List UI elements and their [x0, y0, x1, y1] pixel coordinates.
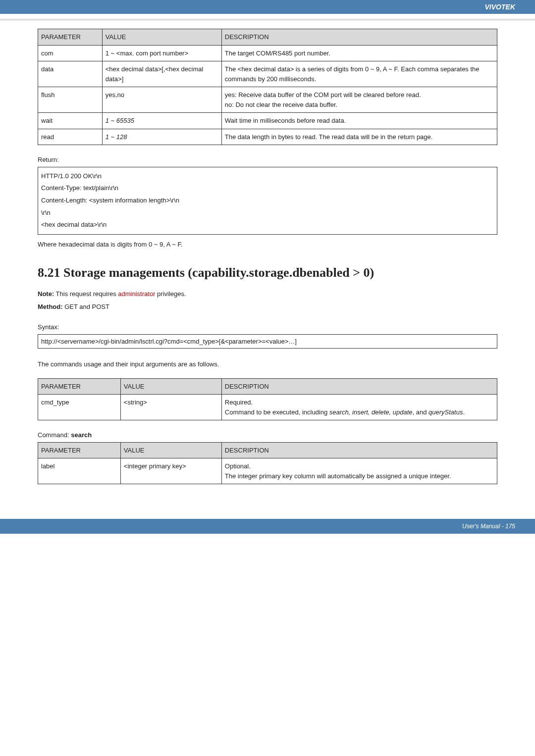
table3-param: label [38, 458, 121, 484]
parameter-table-1: PARAMETER VALUE DESCRIPTION com1 ~ <max.… [38, 29, 497, 145]
command-name: search [71, 431, 92, 439]
table1-desc: The data length in bytes to read. The re… [221, 129, 497, 145]
return-line: Content-Length: <system information leng… [41, 195, 494, 207]
brand-text: VIVOTEK [485, 2, 515, 12]
note-admin: administrator [118, 290, 155, 298]
table-row: cmd_type <string> Required. Command to b… [38, 395, 497, 420]
table1-value: 1 ~ 65535 [102, 113, 221, 129]
parameter-table-2: PARAMETER VALUE DESCRIPTION cmd_type <st… [38, 378, 497, 421]
footer-text: User's Manual - 175 [462, 523, 515, 530]
method-label: Method: [38, 303, 63, 310]
table1-header-value: VALUE [102, 29, 221, 46]
table2-header-parameter: PARAMETER [38, 378, 121, 395]
command-label: Command: search [38, 430, 497, 440]
return-line: \r\n [41, 207, 494, 219]
table1-value: yes,no [102, 87, 221, 113]
command-prefix: Command: [38, 431, 71, 439]
table1-param: flush [38, 87, 103, 113]
table1-desc: Wait time in milliseconds before read da… [221, 113, 497, 129]
syntax-server: <servername> [57, 338, 99, 345]
table1-desc: yes: Receive data buffer of the COM port… [221, 87, 497, 113]
syntax-prefix: http:// [41, 338, 57, 345]
table2-param: cmd_type [38, 395, 121, 420]
note-text-1: This request requires [54, 290, 118, 298]
table1-value: 1 ~ <max. com port number> [102, 45, 221, 61]
table1-value: 1 ~ 128 [102, 129, 221, 145]
return-box: HTTP/1.0 200 OK\r\nContent-Type: text/pl… [38, 167, 497, 235]
table1-desc: The target COM/RS485 port number. [221, 45, 497, 61]
table-row: flushyes,noyes: Receive data buffer of t… [38, 87, 497, 113]
note-label: Note: [38, 290, 54, 298]
syntax-label: Syntax: [38, 322, 497, 332]
table1-desc: The <hex decimal data> is a series of di… [221, 61, 497, 87]
table3-desc: Optional. The integer primary key column… [221, 458, 497, 484]
note-text-2: privileges. [155, 290, 186, 298]
return-label: Return: [38, 155, 497, 165]
table-row: read1 ~ 128The data length in bytes to r… [38, 129, 497, 145]
table2-header-value: VALUE [120, 378, 221, 395]
section-title: 8.21 Storage managements (capability.sto… [38, 263, 497, 282]
usage-line: The commands usage and their input argum… [38, 359, 497, 369]
return-line: HTTP/1.0 200 OK\r\n [41, 170, 494, 183]
parameter-table-3: PARAMETER VALUE DESCRIPTION label<intege… [38, 442, 497, 485]
table3-header-value: VALUE [120, 442, 221, 458]
header-stripe [0, 19, 535, 21]
table-row: label<integer primary key>Optional. The … [38, 458, 497, 484]
return-line: Content-Type: text/plain\r\n [41, 182, 494, 195]
table-row: com1 ~ <max. com port number>The target … [38, 45, 497, 61]
table2-value: <string> [120, 395, 221, 420]
table1-param: com [38, 45, 103, 61]
table2-header-description: DESCRIPTION [221, 378, 497, 395]
syntax-box: http://<servername>/cgi-bin/admin/lsctrl… [38, 334, 497, 349]
page-footer: User's Manual - 175 [0, 519, 535, 534]
return-line: <hex decimal data>\r\n [41, 219, 494, 231]
method-text: GET and POST [63, 303, 109, 310]
syntax-rest: /cgi-bin/admin/lsctrl.cgi?cmd=<cmd_type>… [99, 338, 297, 345]
brand-banner: VIVOTEK [0, 0, 535, 14]
table1-header-parameter: PARAMETER [38, 29, 103, 46]
table3-value: <integer primary key> [120, 458, 221, 484]
table-row: data<hex decimal data>[,<hex decimal dat… [38, 61, 497, 87]
note-line: Note: This request requires administrato… [38, 289, 497, 299]
table-row: wait1 ~ 65535Wait time in milliseconds b… [38, 113, 497, 129]
method-line: Method: GET and POST [38, 302, 497, 312]
table1-param: read [38, 129, 103, 145]
table3-header-description: DESCRIPTION [221, 442, 497, 458]
table1-param: wait [38, 113, 103, 129]
table3-header-parameter: PARAMETER [38, 442, 121, 458]
hex-note: Where hexadecimal data is digits from 0 … [38, 240, 497, 250]
table2-desc: Required. Command to be executed, includ… [221, 395, 497, 420]
table1-header-description: DESCRIPTION [221, 29, 497, 46]
table1-param: data [38, 61, 103, 87]
page-content: PARAMETER VALUE DESCRIPTION com1 ~ <max.… [0, 29, 535, 504]
table1-value: <hex decimal data>[,<hex decimal data>] [102, 61, 221, 87]
